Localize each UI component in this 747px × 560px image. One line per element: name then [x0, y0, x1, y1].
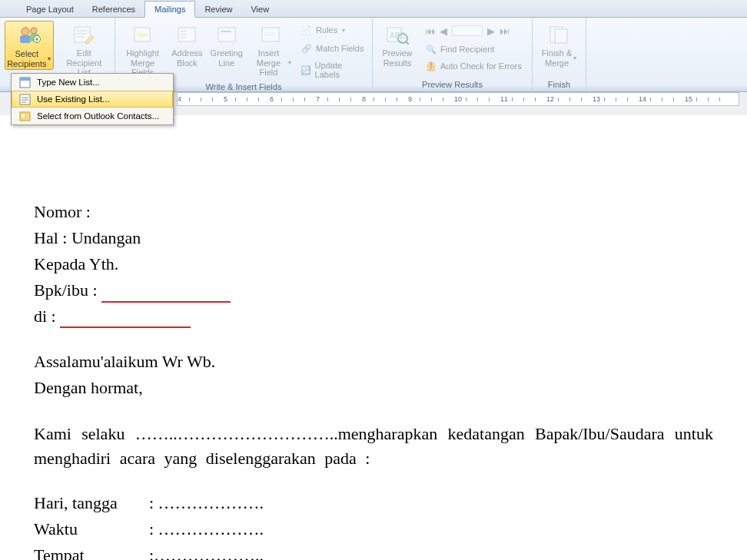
- auto-check-button[interactable]: 🦺Auto Check for Errors: [422, 58, 525, 74]
- check-icon: 🦺: [425, 60, 437, 72]
- underline-field-2: [60, 310, 191, 328]
- tab-review[interactable]: Review: [195, 2, 241, 17]
- group-label-preview: Preview Results: [373, 78, 532, 91]
- doc-nomor: Nomor :: [34, 200, 713, 224]
- insert-merge-field-button[interactable]: Insert Merge Field▾: [249, 21, 293, 78]
- doc-waktu: Waktu: ……………….: [34, 517, 713, 542]
- address-block-button[interactable]: Address Block: [170, 21, 204, 68]
- document-page[interactable]: Nomor : Hal : Undangan Kepada Yth. Bpk/i…: [0, 115, 747, 560]
- existing-list-icon: [18, 93, 31, 105]
- match-icon: 🔗: [300, 42, 313, 55]
- people-icon: [17, 23, 42, 48]
- new-list-icon: [18, 76, 31, 88]
- address-icon: [174, 22, 199, 47]
- next-record-icon[interactable]: ▶: [487, 25, 495, 37]
- doc-bpk: Bpk/ibu :: [34, 278, 713, 303]
- svg-rect-7: [137, 33, 148, 37]
- list-edit-icon: [71, 22, 96, 47]
- doc-kepada: Kepada Yth.: [34, 252, 713, 277]
- preview-icon: ABC: [385, 22, 410, 47]
- doc-hormat: Dengan hormat,: [34, 376, 713, 400]
- select-recipients-button[interactable]: Select Recipients▾: [5, 21, 54, 70]
- svg-rect-20: [20, 112, 30, 121]
- merge-field-icon: [258, 22, 283, 47]
- highlight-icon: [131, 22, 155, 47]
- tab-mailings[interactable]: Mailings: [144, 1, 195, 18]
- svg-rect-18: [20, 78, 30, 81]
- doc-salam: Assalamu'alaikum Wr Wb.: [34, 350, 713, 374]
- doc-di: di :: [34, 304, 713, 329]
- tab-view[interactable]: View: [241, 2, 278, 17]
- match-fields-button[interactable]: 🔗Match Fields: [297, 41, 367, 56]
- ribbon-tabs: Page Layout References Mailings Review V…: [0, 0, 747, 18]
- greeting-line-button[interactable]: Greeting Line: [209, 21, 244, 68]
- svg-point-2: [31, 28, 37, 34]
- rules-button[interactable]: 📄Rules▾: [297, 22, 367, 38]
- first-record-icon[interactable]: ⏮: [425, 25, 435, 37]
- finish-icon: [547, 22, 572, 47]
- tab-page-layout[interactable]: Page Layout: [17, 2, 83, 17]
- tab-references[interactable]: References: [83, 2, 144, 17]
- find-icon: 🔍: [425, 43, 437, 55]
- select-recipients-menu: Type New List... Use Existing List... Se…: [11, 73, 174, 125]
- update-labels-button[interactable]: 🔃Update Labels: [297, 59, 367, 81]
- menu-use-existing-list[interactable]: Use Existing List...: [12, 91, 173, 108]
- preview-results-button[interactable]: ABC Preview Results: [377, 21, 417, 68]
- svg-rect-1: [20, 35, 31, 43]
- svg-point-21: [22, 114, 25, 118]
- ruler[interactable]: 456789101112131415: [177, 92, 739, 108]
- svg-rect-16: [555, 29, 567, 43]
- doc-hal: Hal : Undangan: [34, 226, 713, 250]
- svg-rect-11: [264, 32, 275, 36]
- outlook-icon: [18, 110, 31, 122]
- menu-outlook-contacts[interactable]: Select from Outlook Contacts...: [12, 108, 173, 124]
- rules-icon: 📄: [300, 24, 313, 36]
- doc-hari: Hari, tangga: ……………….: [34, 491, 713, 515]
- underline-field-1: [101, 283, 231, 302]
- finish-merge-button[interactable]: Finish & Merge▾: [537, 21, 581, 68]
- svg-rect-9: [218, 28, 235, 41]
- record-navigator[interactable]: ⏮ ◀ ▶ ⏭: [422, 21, 525, 40]
- doc-tempat: Tempat:………………..: [34, 543, 713, 560]
- edit-recipient-list-button[interactable]: Edit Recipient List: [58, 21, 110, 78]
- svg-text:ABC: ABC: [390, 31, 406, 40]
- last-record-icon[interactable]: ⏭: [500, 25, 510, 37]
- highlight-merge-fields-button[interactable]: Highlight Merge Fields: [120, 21, 165, 78]
- find-recipient-button[interactable]: 🔍Find Recipient: [422, 41, 525, 57]
- menu-type-new-list[interactable]: Type New List...: [12, 74, 173, 91]
- greeting-icon: [214, 22, 239, 47]
- prev-record-icon[interactable]: ◀: [440, 25, 447, 37]
- svg-point-0: [22, 28, 29, 35]
- labels-icon: 🔃: [300, 64, 312, 76]
- doc-body: Kami selaku ……..………………………..mengharapkan …: [34, 422, 713, 471]
- group-label-finish: Finish: [533, 78, 586, 91]
